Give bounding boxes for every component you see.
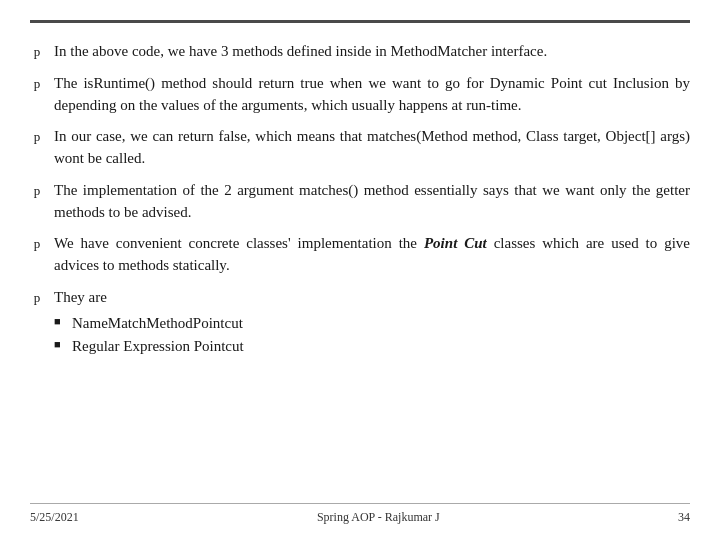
list-item: p We have convenient concrete classes' i… [30, 233, 690, 277]
sub-bullet-marker: ■ [54, 337, 64, 353]
list-item: p In our case, we can return false, whic… [30, 126, 690, 170]
list-item: p They are ■ NameMatchMethodPointcut ■ R… [30, 287, 690, 358]
footer-date: 5/25/2021 [30, 510, 79, 525]
sub-bullet-list: ■ NameMatchMethodPointcut ■ Regular Expr… [54, 313, 690, 359]
bullet-text: The implementation of the 2 argument mat… [54, 180, 690, 224]
bullet-marker: p [30, 43, 44, 62]
sub-bullet-item: ■ Regular Expression Pointcut [54, 336, 690, 358]
bullet-marker: p [30, 182, 44, 201]
list-item: p The implementation of the 2 argument m… [30, 180, 690, 224]
top-divider [30, 20, 690, 23]
text-before: We have convenient concrete classes' imp… [54, 235, 424, 251]
sub-bullet-text: Regular Expression Pointcut [72, 336, 244, 358]
sub-bullet-item: ■ NameMatchMethodPointcut [54, 313, 690, 335]
bullet-marker: p [30, 128, 44, 147]
bullet-text: They are ■ NameMatchMethodPointcut ■ Reg… [54, 287, 690, 358]
bullet-marker: p [30, 235, 44, 254]
bullet-list: p In the above code, we have 3 methods d… [30, 41, 690, 503]
bullet-marker: p [30, 289, 44, 308]
bold-italic-text: Point Cut [424, 235, 487, 251]
footer-page-number: 34 [678, 510, 690, 525]
bullet-text: In the above code, we have 3 methods def… [54, 41, 690, 63]
sub-bullet-marker: ■ [54, 314, 64, 330]
slide-container: p In the above code, we have 3 methods d… [0, 0, 720, 540]
list-item: p The isRuntime() method should return t… [30, 73, 690, 117]
footer-center-text: Spring AOP - Rajkumar J [317, 510, 440, 525]
bullet-marker: p [30, 75, 44, 94]
list-item: p In the above code, we have 3 methods d… [30, 41, 690, 63]
sub-bullet-text: NameMatchMethodPointcut [72, 313, 243, 335]
bullet-text: In our case, we can return false, which … [54, 126, 690, 170]
bullet-text: The isRuntime() method should return tru… [54, 73, 690, 117]
slide-footer: 5/25/2021 Spring AOP - Rajkumar J 34 [30, 503, 690, 525]
they-are-text: They are [54, 289, 107, 305]
bullet-text-with-bold: We have convenient concrete classes' imp… [54, 233, 690, 277]
